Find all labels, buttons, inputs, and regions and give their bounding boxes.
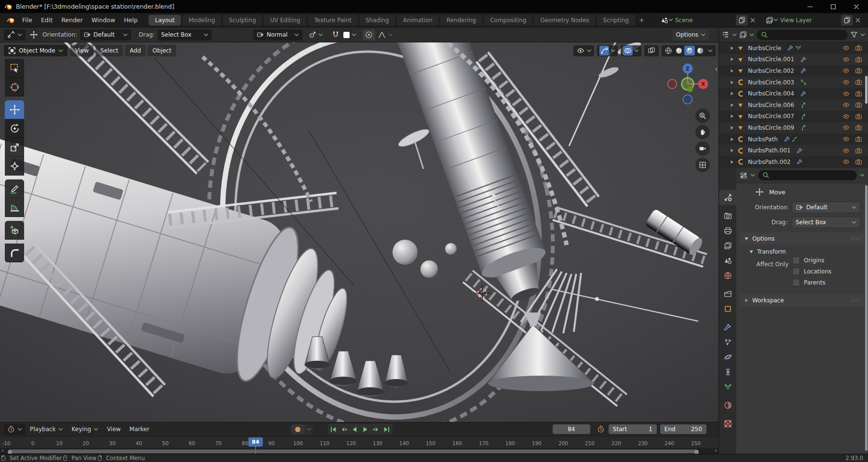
viewport-tool-button[interactable] (5, 179, 24, 198)
close-view-layer-button[interactable] (853, 17, 863, 24)
outliner-item[interactable]: NurbsPath (719, 134, 868, 145)
outliner-search-input[interactable] (757, 30, 848, 40)
scroll-right-arrow[interactable]: ‹ (715, 447, 717, 454)
xray-toggle[interactable] (644, 45, 659, 56)
properties-tab[interactable] (719, 238, 736, 253)
filter-collection-icon[interactable] (739, 31, 747, 39)
snap-controls[interactable] (329, 29, 359, 41)
frame-start-field[interactable]: Start 1 (609, 424, 657, 434)
properties-scrollbar[interactable] (865, 185, 868, 451)
properties-tab[interactable] (719, 268, 736, 283)
display-mode-dropdown[interactable] (722, 31, 730, 39)
workspace-tab[interactable]: Animation (397, 15, 439, 26)
transform-orientation-dropdown[interactable]: Normal (253, 29, 302, 41)
expand-icon[interactable] (730, 148, 734, 153)
viewport-menu-item[interactable]: View (70, 45, 94, 56)
hide-eye-icon[interactable] (842, 113, 850, 120)
properties-tab[interactable] (719, 350, 736, 365)
viewport-tool-button[interactable] (5, 119, 24, 138)
properties-tab[interactable] (719, 253, 736, 268)
properties-tab[interactable] (719, 320, 736, 335)
timeline-menu-item[interactable]: View (103, 426, 125, 433)
hide-eye-icon[interactable] (842, 67, 850, 74)
menu-item[interactable]: Help (120, 14, 142, 26)
viewport-tool-button[interactable] (5, 78, 24, 96)
properties-tab[interactable] (719, 286, 736, 301)
current-frame-field[interactable]: 84 (553, 424, 590, 434)
camera-visibility-icon[interactable] (855, 113, 862, 120)
outliner-item[interactable]: NurbsPath.001 (719, 145, 868, 156)
workspace-tab[interactable]: Rendering (440, 15, 482, 26)
viewport-tool-button[interactable] (5, 244, 24, 262)
panel-grip-icon[interactable]: :::: (851, 298, 860, 303)
show-gizmo-dropdown[interactable] (573, 45, 594, 56)
hide-eye-icon[interactable] (842, 79, 850, 86)
gizmo-toggle[interactable] (597, 45, 618, 56)
viewport-nav-button[interactable] (695, 125, 710, 139)
scroll-left-arrow[interactable]: › (1, 447, 4, 454)
hide-eye-icon[interactable] (842, 44, 850, 52)
timeline-scrollbar[interactable] (8, 449, 698, 453)
orientation-dropdown[interactable]: Default (792, 202, 860, 213)
checkbox[interactable] (792, 257, 800, 264)
viewport-nav-button[interactable] (695, 158, 710, 172)
window-control-button[interactable] (845, 0, 868, 13)
outliner-item[interactable]: NurbsCircle.007 (719, 111, 868, 122)
navigation-gizmo[interactable]: Z X (661, 57, 715, 111)
camera-visibility-icon[interactable] (855, 147, 862, 154)
checkbox[interactable] (792, 279, 800, 286)
drag-dropdown[interactable]: Select Box (158, 29, 212, 41)
timeline-menu-item[interactable]: Keying (68, 426, 103, 433)
checkbox[interactable] (792, 268, 800, 275)
camera-visibility-icon[interactable] (855, 158, 862, 165)
viewport-tool-button[interactable] (5, 157, 24, 176)
timer-icon[interactable] (597, 425, 605, 433)
drag-dropdown[interactable]: Select Box (792, 217, 860, 228)
window-control-button[interactable] (822, 0, 845, 13)
viewport-nav-button[interactable] (695, 141, 710, 156)
viewport-tool-button[interactable] (5, 59, 24, 78)
expand-icon[interactable] (730, 114, 734, 119)
properties-tab[interactable] (719, 398, 736, 413)
workspace-tab[interactable]: Compositing (484, 15, 532, 26)
workspace-tab[interactable]: Layout (149, 15, 181, 26)
menu-item[interactable]: Render (57, 14, 87, 26)
properties-search-input[interactable] (758, 170, 857, 180)
frame-end-field[interactable]: End 250 (660, 424, 706, 434)
pivot-point-dropdown[interactable] (306, 29, 326, 41)
view-layer-selector[interactable]: View Layer (763, 15, 863, 26)
properties-tab[interactable] (719, 365, 736, 380)
properties-tab[interactable] (719, 190, 736, 205)
properties-tab[interactable] (719, 416, 736, 431)
expand-icon[interactable] (730, 125, 734, 130)
outliner-item[interactable]: NurbsCircle.004 (719, 88, 868, 99)
camera-visibility-icon[interactable] (855, 56, 862, 63)
hide-eye-icon[interactable] (842, 124, 850, 131)
viewport-menu-item[interactable]: Select (95, 45, 123, 56)
viewport-tool-button[interactable] (5, 221, 24, 240)
shading-mode-button[interactable] (663, 46, 674, 55)
expand-icon[interactable] (730, 80, 734, 85)
orientation-dropdown[interactable]: Default (80, 29, 131, 41)
camera-visibility-icon[interactable] (855, 124, 862, 131)
mode-dropdown[interactable]: Object Mode (4, 45, 68, 56)
outliner-item[interactable]: NurbsCircle (719, 42, 868, 54)
proportional-editing-toggle[interactable] (363, 29, 375, 41)
expand-icon[interactable] (730, 137, 734, 142)
playback-button[interactable] (360, 424, 371, 434)
copy-scene-button[interactable] (736, 15, 747, 26)
record-button[interactable] (291, 424, 305, 435)
menu-item[interactable]: Window (87, 14, 120, 26)
hide-eye-icon[interactable] (842, 56, 850, 63)
viewport-nav-button[interactable] (695, 109, 710, 123)
close-scene-button[interactable] (747, 17, 758, 24)
expand-icon[interactable] (730, 91, 734, 96)
current-frame-badge[interactable]: 84 (248, 437, 263, 447)
outliner-scrollbar[interactable] (865, 76, 868, 104)
properties-tab[interactable] (719, 301, 736, 316)
add-workspace-button[interactable]: + (635, 15, 648, 25)
timeline-menu-item[interactable]: Playback (26, 426, 68, 433)
viewport-tool-button[interactable] (5, 138, 24, 157)
shading-mode-button[interactable] (684, 46, 695, 55)
transform-subsection[interactable]: Transform (749, 248, 865, 255)
